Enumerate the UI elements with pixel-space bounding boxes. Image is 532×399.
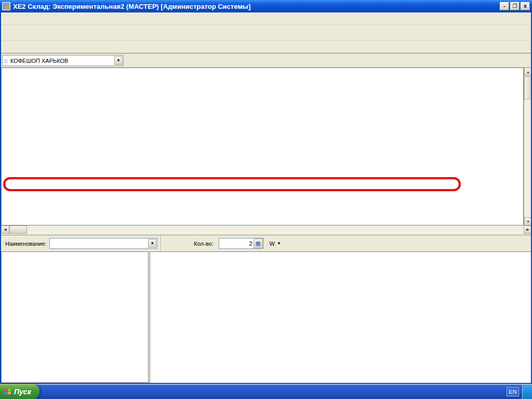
- scroll-up-icon[interactable]: ▲: [524, 68, 532, 76]
- name-select[interactable]: ▼: [49, 238, 157, 249]
- app-icon: [2, 2, 10, 10]
- name-dropdown-icon[interactable]: ▼: [148, 239, 156, 248]
- qty-label: Кол-во:: [194, 241, 213, 247]
- window-title: XE2 Склад: Экспериментальная2 (МАСТЕР) […: [13, 3, 250, 10]
- language-indicator[interactable]: EN: [507, 387, 519, 396]
- name-label: Наименование:: [5, 241, 46, 247]
- vertical-scrollbar[interactable]: ▲ ▼: [524, 68, 532, 225]
- main-toolbar: [1, 25, 531, 41]
- horizontal-scrollbar[interactable]: ◀ ▶: [1, 225, 532, 234]
- scroll-down-icon[interactable]: ▼: [524, 217, 532, 225]
- close-button[interactable]: x: [521, 2, 530, 10]
- calculator-icon[interactable]: ▦: [254, 238, 263, 248]
- order-positions-table: [150, 251, 531, 383]
- warehouse-icon: ⌂: [4, 57, 8, 64]
- tab-bar: [1, 41, 531, 54]
- title-bar: XE2 Склад: Экспериментальная2 (МАСТЕР) […: [0, 0, 532, 12]
- unit-value: W: [270, 241, 275, 247]
- restore-button[interactable]: ❐: [510, 2, 520, 10]
- system-tray: [522, 384, 532, 399]
- filter-bar: ⌂ КОФЕШОП ХАРЬКОВ ▼: [1, 54, 531, 68]
- warehouse-select[interactable]: ⌂ КОФЕШОП ХАРЬКОВ ▼: [2, 55, 124, 66]
- windows-flag-icon: [4, 388, 11, 395]
- scroll-right-icon[interactable]: ▶: [524, 225, 532, 234]
- unit-dropdown-icon: ▼: [277, 241, 281, 246]
- taskbar: Пуск EN: [0, 384, 532, 399]
- minimize-button[interactable]: -: [500, 2, 509, 10]
- horizontal-scroll-thumb[interactable]: [9, 225, 27, 234]
- warehouse-dropdown-icon[interactable]: ▼: [114, 56, 123, 65]
- menu-bar: [1, 12, 531, 25]
- start-button[interactable]: Пуск: [0, 384, 39, 399]
- qty-value: 2: [219, 241, 254, 247]
- qty-input[interactable]: 2 ▦: [219, 238, 263, 249]
- category-tree: [1, 251, 149, 383]
- scroll-left-icon[interactable]: ◀: [1, 225, 9, 234]
- vertical-scroll-thumb[interactable]: [524, 76, 532, 99]
- positions-toolbar: Наименование: ▼ Кол-во: 2 ▦ W ▼: [1, 235, 531, 251]
- stock-grid: [1, 68, 524, 225]
- warehouse-value: КОФЕШОП ХАРЬКОВ: [9, 58, 70, 64]
- start-label: Пуск: [14, 388, 31, 396]
- unit-select[interactable]: W ▼: [270, 241, 281, 247]
